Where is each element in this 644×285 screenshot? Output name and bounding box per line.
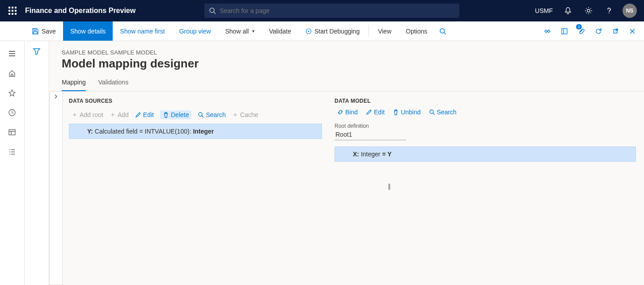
trash-icon [393, 109, 399, 115]
chevron-down-icon: ▾ [252, 29, 254, 34]
validate-label: Validate [269, 28, 291, 35]
plus-icon: ＋ [72, 111, 78, 119]
refresh-button[interactable] [590, 21, 606, 41]
plus-icon: ＋ [232, 111, 238, 119]
save-icon [32, 28, 39, 35]
unbind-button[interactable]: Unbind [393, 109, 420, 116]
close-button[interactable] [624, 21, 640, 41]
ds-row-type: Integer [193, 128, 214, 135]
show-name-first-button[interactable]: Show name first [113, 21, 172, 41]
help-button[interactable] [600, 0, 618, 21]
show-all-dropdown[interactable]: Show all ▾ [218, 21, 262, 41]
nav-home-button[interactable] [2, 64, 22, 82]
related-icon [544, 28, 551, 35]
org-label[interactable]: USMF [531, 7, 556, 14]
nav-rail [0, 41, 25, 285]
list-icon [8, 148, 16, 156]
gear-icon [585, 7, 593, 15]
waffle-icon [8, 7, 17, 15]
pane-splitter[interactable] [387, 181, 391, 192]
search-icon [439, 28, 446, 35]
show-name-first-label: Show name first [120, 28, 165, 35]
find-button[interactable] [435, 21, 451, 41]
svg-point-3 [609, 13, 610, 13]
collapse-datasource-types[interactable] [49, 92, 63, 285]
svg-point-0 [210, 8, 214, 13]
page-title: Model mapping designer [62, 57, 631, 71]
svg-point-2 [587, 9, 590, 12]
close-icon [629, 28, 636, 34]
start-debugging-label: Start Debugging [314, 28, 360, 35]
link-icon [337, 109, 343, 115]
dm-row-name: X: [353, 151, 359, 158]
svg-point-5 [308, 30, 309, 32]
nav-menu-button[interactable] [2, 45, 22, 63]
help-icon [605, 7, 613, 15]
global-search-input[interactable] [220, 7, 455, 14]
bind-button[interactable]: Bind [337, 109, 358, 116]
breadcrumb: SAMPLE MODEL SAMPLE MODEL [62, 49, 631, 56]
svg-point-6 [440, 29, 445, 33]
nav-workspaces-button[interactable] [2, 123, 22, 141]
trash-icon [163, 112, 169, 118]
svg-line-12 [202, 116, 203, 117]
refresh-icon [595, 28, 602, 35]
clock-icon [8, 109, 16, 117]
popout-button[interactable] [607, 21, 623, 41]
dm-row-bind: = Y [382, 151, 391, 158]
user-avatar-button[interactable]: NS [621, 0, 639, 21]
debug-icon [305, 28, 312, 34]
svg-rect-10 [9, 130, 15, 135]
svg-line-7 [444, 33, 446, 34]
pencil-icon [135, 112, 141, 118]
cache-button[interactable]: ＋Cache [232, 110, 258, 119]
view-menu[interactable]: View [371, 21, 398, 41]
dm-edit-button[interactable]: Edit [366, 109, 385, 116]
start-debugging-button[interactable]: Start Debugging [298, 21, 367, 41]
data-model-row[interactable]: X: Integer = Y [335, 147, 636, 162]
ds-search-button[interactable]: Search [198, 110, 225, 119]
home-icon [8, 69, 16, 77]
nav-favorites-button[interactable] [2, 84, 22, 102]
nav-modules-button[interactable] [2, 143, 22, 161]
filter-button[interactable] [33, 47, 41, 285]
plus-icon: ＋ [110, 111, 116, 119]
attachments-badge: 0 [576, 24, 582, 29]
filter-rail [25, 41, 49, 285]
data-source-row[interactable]: Y: Calculated field = INTVALUE(100): Int… [69, 124, 322, 139]
show-details-label: Show details [70, 28, 106, 35]
related-button[interactable] [539, 21, 555, 41]
notifications-button[interactable] [559, 0, 577, 21]
root-definition-value[interactable]: Root1 [335, 130, 406, 140]
svg-point-11 [199, 113, 202, 116]
ds-row-mid: Calculated field = INTVALUE(100): [93, 128, 193, 135]
settings-button[interactable] [580, 0, 597, 21]
ds-row-name: Y: [87, 128, 93, 135]
office-button[interactable] [556, 21, 572, 41]
save-button[interactable]: Save [25, 21, 63, 41]
show-details-button[interactable]: Show details [63, 21, 113, 41]
save-label: Save [42, 28, 56, 35]
nav-recent-button[interactable] [2, 104, 22, 122]
workspace-icon [8, 128, 16, 136]
tab-validations[interactable]: Validations [98, 79, 128, 91]
show-all-label: Show all [225, 28, 249, 35]
delete-button[interactable]: Delete [160, 110, 191, 119]
options-menu[interactable]: Options [398, 21, 434, 41]
validate-button[interactable]: Validate [262, 21, 298, 41]
attachments-button[interactable]: 0 [573, 21, 589, 41]
group-view-button[interactable]: Group view [172, 21, 218, 41]
pencil-icon [366, 109, 372, 115]
data-model-title: DATA MODEL [335, 98, 636, 104]
svg-rect-8 [562, 29, 567, 34]
global-search[interactable] [204, 4, 459, 18]
bell-icon [564, 7, 572, 15]
add-root-button[interactable]: ＋Add root [72, 110, 103, 119]
app-launcher[interactable] [5, 4, 20, 18]
edit-button[interactable]: Edit [135, 110, 154, 119]
add-button[interactable]: ＋Add [110, 110, 129, 119]
svg-line-1 [214, 12, 216, 14]
tab-mapping[interactable]: Mapping [62, 79, 86, 91]
app-title: Finance and Operations Preview [25, 7, 136, 15]
dm-search-button[interactable]: Search [429, 109, 457, 116]
